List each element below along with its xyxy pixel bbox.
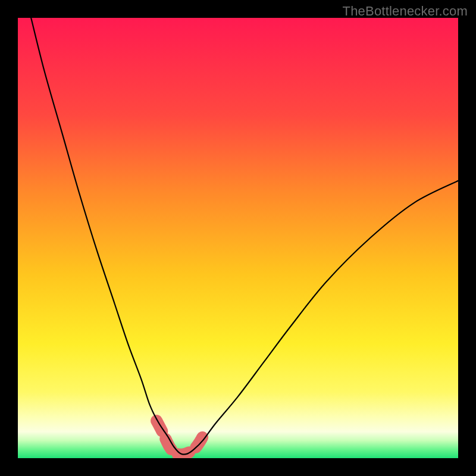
watermark-text: TheBottlenecker.com <box>343 4 468 19</box>
curve-layer <box>18 18 458 458</box>
highlight-markers <box>156 421 205 455</box>
outer-frame: TheBottlenecker.com <box>0 0 476 476</box>
bottleneck-curve <box>31 18 458 455</box>
plot-area <box>18 18 458 458</box>
